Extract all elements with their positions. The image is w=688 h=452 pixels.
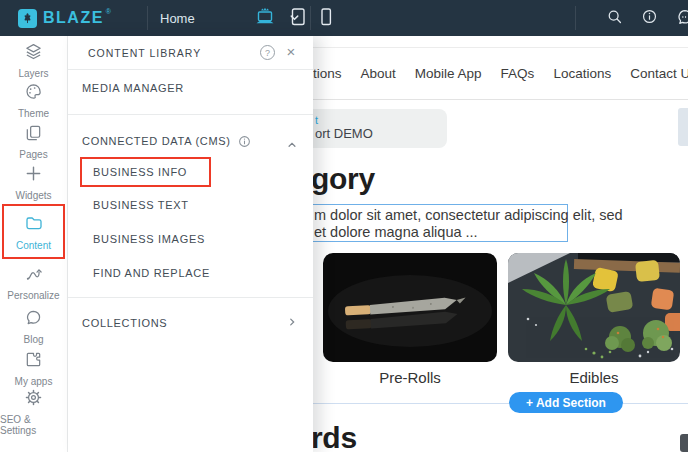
sidebar-item-label: Pages xyxy=(19,149,47,160)
info-button[interactable] xyxy=(641,8,658,28)
site-nav-item[interactable]: About xyxy=(361,66,396,81)
content-library-panel: CONTENT LIBRARY ? × MEDIA MANAGER CONNEC… xyxy=(68,36,313,452)
category-card-edibles[interactable] xyxy=(508,253,680,362)
site-nav-item[interactable]: Mobile App xyxy=(415,66,482,81)
pages-icon xyxy=(24,123,43,146)
registered-mark: ® xyxy=(106,8,111,15)
sidebar-item-label: Content xyxy=(16,240,51,251)
divider xyxy=(147,6,148,30)
desktop-preview-icon xyxy=(252,6,278,31)
sidebar-item-blog[interactable]: Blog xyxy=(0,305,67,347)
tablet-preview-button[interactable] xyxy=(288,0,308,36)
messages-button[interactable] xyxy=(676,8,688,29)
panel-item-business-info[interactable]: BUSINESS INFO xyxy=(80,157,211,187)
blaze-leaf-icon xyxy=(18,9,37,28)
editor-sidebar: Layers Theme Pages Widgets Content xyxy=(0,36,68,452)
panel-item-label: COLLECTIONS xyxy=(82,317,167,329)
desktop-preview-button[interactable] xyxy=(252,0,278,36)
gear-icon xyxy=(24,388,43,411)
panel-item-label: BUSINESS TEXT xyxy=(93,199,189,211)
tablet-preview-icon xyxy=(288,6,308,31)
sidebar-item-label: Theme xyxy=(18,108,49,119)
search-button[interactable] xyxy=(606,8,623,28)
sidebar-item-label: My apps xyxy=(15,376,53,387)
folder-icon xyxy=(24,213,44,237)
clipped-image-edge xyxy=(680,434,688,452)
messages-icon xyxy=(676,8,688,29)
chevron-right-icon xyxy=(287,317,297,329)
pre-roll-joint-photo xyxy=(323,253,497,362)
site-nav-item[interactable]: Locations xyxy=(553,66,611,81)
sidebar-item-theme[interactable]: Theme xyxy=(0,80,67,121)
panel-item-label: FIND AND REPLACE xyxy=(93,267,210,279)
blog-bubble-icon xyxy=(24,308,43,331)
divider xyxy=(68,297,313,298)
add-section-button[interactable]: + Add Section xyxy=(509,392,623,413)
selected-text-widget[interactable]: m dolor sit amet, consectetur adipiscing… xyxy=(313,204,568,242)
chevron-up-icon[interactable] xyxy=(287,136,297,154)
layers-icon xyxy=(24,42,43,65)
section-divider-line xyxy=(313,403,688,404)
site-nav-menu: tions About Mobile App FAQs Locations Co… xyxy=(313,60,688,86)
section-heading-fragment[interactable]: gory xyxy=(313,162,375,196)
panel-item-business-images[interactable]: BUSINESS IMAGES xyxy=(68,225,313,253)
section-heading-fragment[interactable]: rds xyxy=(313,421,357,452)
site-nav-item[interactable]: Contact Us xyxy=(630,66,688,81)
theme-palette-icon xyxy=(24,82,43,105)
panel-header: CONTENT LIBRARY ? × xyxy=(68,36,313,70)
sidebar-item-label: Personalize xyxy=(7,290,59,301)
sidebar-item-label: SEO & Settings xyxy=(0,414,67,436)
info-icon[interactable] xyxy=(238,135,251,148)
panel-item-collections[interactable]: COLLECTIONS xyxy=(68,308,313,338)
panel-item-label: BUSINESS INFO xyxy=(93,166,187,178)
site-preview-canvas: tions About Mobile App FAQs Locations Co… xyxy=(313,36,688,452)
info-icon xyxy=(641,8,658,28)
page-selector-label: Home xyxy=(160,11,195,26)
sidebar-item-label: Widgets xyxy=(15,190,51,201)
panel-item-find-and-replace[interactable]: FIND AND REPLACE xyxy=(68,259,313,287)
panel-item-media-manager[interactable]: MEDIA MANAGER xyxy=(68,73,313,103)
clipped-element-edge xyxy=(678,108,688,146)
sidebar-item-label: Layers xyxy=(18,68,48,79)
app-window: BLAZE ® Home xyxy=(0,0,688,452)
sidebar-item-pages[interactable]: Pages xyxy=(0,121,67,162)
divider xyxy=(575,6,576,30)
sidebar-item-content[interactable]: Content xyxy=(0,203,67,260)
sidebar-item-label: Blog xyxy=(23,334,43,345)
site-nav-item[interactable]: tions xyxy=(313,66,342,81)
panel-item-label: CONNECTED DATA (CMS) xyxy=(82,135,231,147)
device-preview-switcher xyxy=(252,0,334,36)
panel-item-label: MEDIA MANAGER xyxy=(82,82,184,94)
panel-item-connected-data[interactable]: CONNECTED DATA (CMS) xyxy=(68,127,313,155)
sidebar-item-widgets[interactable]: Widgets xyxy=(0,162,67,203)
panel-item-business-text[interactable]: BUSINESS TEXT xyxy=(68,191,313,219)
paragraph-line: m dolor sit amet, consectetur adipiscing… xyxy=(314,207,567,224)
topbar: BLAZE ® Home xyxy=(0,0,688,36)
edibles-gummies-photo xyxy=(508,253,680,362)
puzzle-icon xyxy=(24,350,43,373)
divider xyxy=(313,47,688,48)
sidebar-item-personalize[interactable]: Personalize xyxy=(0,260,67,305)
topbar-right-icons xyxy=(587,0,688,36)
paragraph-line: et dolore magna aliqua ... xyxy=(314,224,567,241)
brand-name: BLAZE xyxy=(43,9,104,27)
mobile-preview-icon xyxy=(318,6,334,31)
category-card-pre-rolls[interactable] xyxy=(323,253,497,362)
mobile-preview-button[interactable] xyxy=(318,0,334,36)
search-icon xyxy=(606,8,623,28)
help-icon[interactable]: ? xyxy=(260,45,275,60)
personalize-path-icon xyxy=(24,264,43,287)
site-notice-box: t ort DEMO xyxy=(313,109,447,148)
category-caption: Pre-Rolls xyxy=(323,369,497,386)
brand-logo[interactable]: BLAZE ® xyxy=(18,0,111,36)
close-icon[interactable]: × xyxy=(282,43,300,61)
panel-item-label: BUSINESS IMAGES xyxy=(93,233,205,245)
sidebar-item-my-apps[interactable]: My apps xyxy=(0,347,67,390)
sidebar-item-layers[interactable]: Layers xyxy=(0,40,67,80)
notice-link-fragment[interactable]: t xyxy=(315,114,447,126)
divider xyxy=(313,99,688,100)
sidebar-item-seo-settings[interactable]: SEO & Settings xyxy=(0,390,67,433)
site-nav-item[interactable]: FAQs xyxy=(501,66,535,81)
panel-title: CONTENT LIBRARY xyxy=(88,47,201,59)
divider xyxy=(68,114,313,115)
